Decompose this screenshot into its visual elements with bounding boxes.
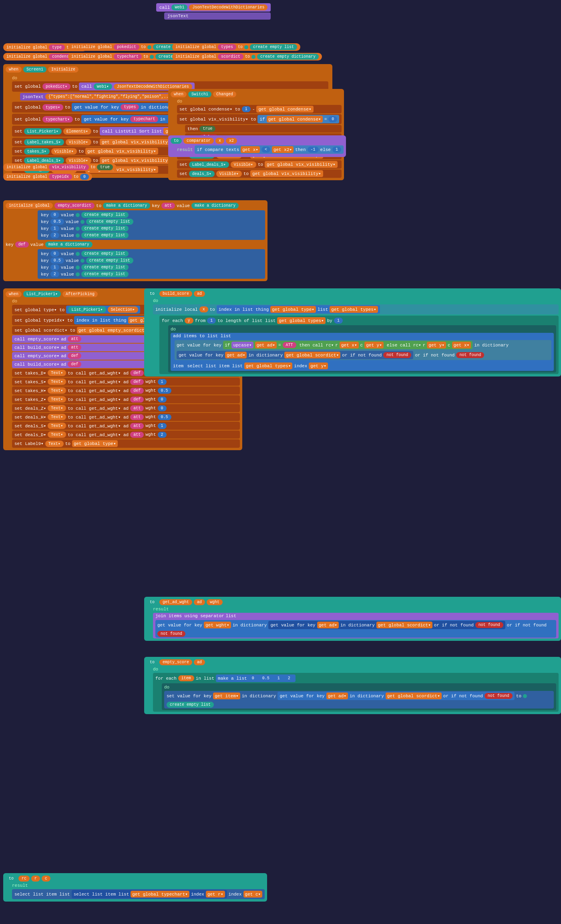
empty-score-do: do for each item in list make a list 0 0… xyxy=(147,667,559,712)
att-dict: key0 value create empty list key0.5 valu… xyxy=(38,210,265,240)
set-takes-s[interactable]: set takes_S▾ Text▾ to call get_ad_wght▾ … xyxy=(12,378,240,386)
call-label: call xyxy=(159,5,170,10)
init-scordict[interactable]: initialize global scordict to create emp… xyxy=(172,53,322,60)
set-deals-d[interactable]: set deals_D▾ Text▾ to call get_ad_wght▾ … xyxy=(12,431,240,439)
init-v1x-vis-row: initialize global v1x_visibility to true xyxy=(3,163,116,171)
method-pill[interactable]: JsonTextDecodeWithDictionaries xyxy=(189,4,267,10)
init-typeidx[interactable]: initialize global typeidx to 0 xyxy=(3,173,92,181)
do-label: do xyxy=(12,76,328,81)
empty-score-inner: do set value for key get item▾ in dictio… xyxy=(162,683,556,710)
comparator-header: to comparator x x2 xyxy=(171,138,344,144)
to-empty-score-container: to empty_score ad do for each item in li… xyxy=(144,657,561,714)
switch1-header: when Switch1 Changed xyxy=(171,91,342,97)
rc-result-val[interactable]: select list item list select list item l… xyxy=(12,889,265,899)
set-v1x-vis[interactable]: set global v1x_visibility▾ to if get glo… xyxy=(177,114,342,124)
def-05[interactable]: key0.5 value create empty list xyxy=(41,258,262,264)
init-types[interactable]: initialize global types to create empty … xyxy=(172,43,300,51)
rc-result: result select list item list select list… xyxy=(6,883,265,899)
set-value-key[interactable]: set value for key get item▾ in dictionar… xyxy=(164,691,554,709)
empty-score-header: to empty_score ad xyxy=(147,659,559,665)
empty-score-lines: for each item in list make a list 0 0.5 … xyxy=(153,673,559,712)
init-types-row: initialize global types to create empty … xyxy=(172,43,300,51)
set-deals-h[interactable]: set deals_H▾ Text▾ to call get_ad_wght▾ … xyxy=(12,413,240,421)
att-0[interactable]: key0 value create empty list xyxy=(41,212,262,218)
init-empty-scordict-container: initialize global empty_scordict to make… xyxy=(3,200,267,281)
build-score-lines: initialize local x to index in list thin… xyxy=(153,304,559,374)
def-2[interactable]: key2 value create empty list xyxy=(41,271,262,277)
top-call-block: call Web1 JsonTextDecodeWithDictionaries… xyxy=(156,3,271,20)
set-condense[interactable]: set global condense▾ to 1 - get global c… xyxy=(177,105,342,113)
init-local-x[interactable]: initialize local x to index in list thin… xyxy=(153,304,559,314)
comparator-result: result if compare texts get x▾ < get x2▾… xyxy=(177,145,344,154)
def-dict: key0 value create empty list key0.5 valu… xyxy=(38,249,265,279)
build-score-do-inner: do add items to list list get value for … xyxy=(168,325,556,372)
web1-pill[interactable]: Web1 xyxy=(171,4,187,10)
att-2[interactable]: key2 value create empty list xyxy=(41,232,262,238)
set-label9[interactable]: set Label9▾ Text▾ to get global type▾ xyxy=(12,439,240,448)
set-deals-s[interactable]: set deals_S▾ Text▾ to call get_ad_wght▾ … xyxy=(12,422,240,430)
screen1-header: when Screen1 Initialize xyxy=(6,66,330,72)
to-rc-container: to rc r c result select list item list s… xyxy=(3,873,267,902)
empty-score-foreach[interactable]: for each item in list make a list 0 0.5 … xyxy=(153,673,559,712)
then-true: then true xyxy=(185,125,342,133)
build-score-in: for each y from 1 to length of list list… xyxy=(159,316,559,374)
to-build-score-container: to build_score ad do initialize local x … xyxy=(144,288,561,376)
def-1[interactable]: key1 value create empty list xyxy=(41,264,262,270)
when-switch1-container: when Switch1 Changed do set global conde… xyxy=(168,89,344,180)
get-ad-wght-header: to get_ad_wght ad wght xyxy=(147,599,559,605)
att-1[interactable]: key1 value create empty list xyxy=(41,225,262,232)
add-items[interactable]: add items to list list get value for key… xyxy=(171,333,554,371)
block-canvas: call Web1 JsonTextDecodeWithDictionaries… xyxy=(0,0,561,924)
jsontext-param: jsonText xyxy=(164,12,271,20)
init-scordict-row: initialize global scordict to create emp… xyxy=(172,53,322,60)
build-score-header: to build_score ad xyxy=(147,291,559,297)
foreach-item: for each item in list make a list 0 0.5 … xyxy=(155,674,556,682)
set-takes-h[interactable]: set takes_H▾ Text▾ to call get_ad_wght▾ … xyxy=(12,387,240,395)
call-web1-block[interactable]: call Web1 JsonTextDecodeWithDictionaries xyxy=(156,3,271,12)
att-05[interactable]: key0.5 value create empty list xyxy=(41,219,262,225)
def-row: key def value make a dictionary xyxy=(6,242,265,248)
init-empty-scordict-header: initialize global empty_scordict to make… xyxy=(6,203,265,209)
get-ad-wght-result: result join items using separator list g… xyxy=(147,607,559,638)
def-0[interactable]: key0 value create empty list xyxy=(41,251,262,257)
init-typeidx-row: initialize global typeidx to 0 xyxy=(3,173,92,181)
rc-header: to rc r c xyxy=(6,876,265,882)
init-v1x-vis[interactable]: initialize global v1x_visibility to true xyxy=(3,163,116,171)
set-deals-z[interactable]: set deals_Z▾ Text▾ to call get_ad_wght▾ … xyxy=(12,404,240,412)
for-each-y[interactable]: for each y from 1 to length of list list… xyxy=(162,317,556,324)
join-items[interactable]: join items using separator list get valu… xyxy=(153,613,559,638)
comparator-container: to comparator x x2 result if compare tex… xyxy=(168,135,346,157)
to-get-ad-wght-container: to get_ad_wght ad wght result join items… xyxy=(144,597,561,641)
build-score-do: do initialize local x to index in list t… xyxy=(147,298,559,374)
set-takes-z[interactable]: set takes_Z▾ Text▾ to call get_ad_wght▾ … xyxy=(12,395,240,403)
